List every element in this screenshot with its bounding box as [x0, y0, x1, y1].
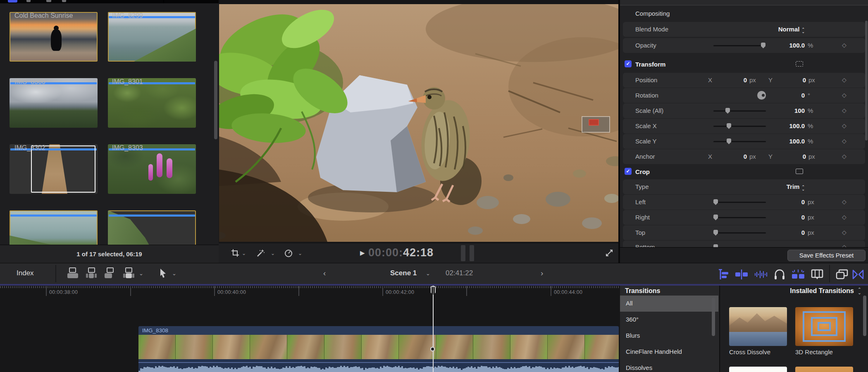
anchor-x-value[interactable]: 0	[722, 153, 747, 160]
keyframe-diamond-icon[interactable]: ◇	[842, 92, 847, 98]
timeline-clip-img-8308[interactable]: IMG_8308	[138, 326, 619, 372]
clip-thumbnail-img-8303[interactable]	[108, 144, 196, 194]
chevron-down-icon[interactable]: ⌄	[426, 270, 430, 277]
viewer-timecode[interactable]: 00:00:42:18	[368, 246, 434, 259]
crop-right-slider-track[interactable]	[713, 217, 766, 218]
crop-top-slider-track[interactable]	[713, 232, 766, 234]
save-effects-preset-button[interactable]: Save Effects Preset	[787, 250, 866, 261]
clip-thumbnail-img-8302[interactable]	[10, 144, 98, 194]
crop-left-slider-knob[interactable]	[713, 199, 718, 205]
transform-checkbox[interactable]: ✓	[625, 60, 632, 67]
chevron-down-icon[interactable]: ⌄	[242, 250, 246, 256]
select-tool-arrow-icon[interactable]	[160, 269, 168, 279]
category-cineflare-handheld[interactable]: CineFlare HandHeld	[620, 344, 718, 360]
enhancements-wand-icon[interactable]	[256, 249, 265, 258]
overwrite-edit-tool[interactable]	[123, 267, 137, 280]
rotation-value[interactable]: 0	[763, 92, 805, 99]
crop-tool-icon[interactable]	[231, 249, 239, 257]
clip-appearance-filmstrip-icon[interactable]	[811, 269, 823, 280]
snapping-toggle-icon[interactable]	[791, 269, 805, 280]
insert-edit-tool[interactable]: ↓	[86, 267, 100, 280]
chevron-down-icon[interactable]: ⌄	[298, 250, 302, 256]
keyframe-diamond-icon[interactable]: ◇	[842, 214, 847, 220]
category-360[interactable]: 360°	[620, 312, 718, 328]
append-edit-tool[interactable]: ↓	[105, 267, 119, 280]
chevron-down-icon[interactable]: ⌄	[172, 270, 176, 277]
transition-thumb-partial[interactable]	[729, 367, 787, 372]
sidebar-toggle-fragment[interactable]	[8, 0, 17, 2]
browser-scrollbar[interactable]	[214, 61, 217, 139]
crop-top-slider-knob[interactable]	[713, 230, 718, 236]
anchor-y-value[interactable]: 0	[781, 153, 806, 160]
crop-onscreen-controls-icon[interactable]	[796, 169, 803, 174]
next-timeline-button[interactable]: ›	[541, 269, 543, 278]
playhead-line[interactable]	[433, 286, 434, 372]
position-x-value[interactable]: 0	[722, 76, 747, 83]
crop-checkbox[interactable]: ✓	[625, 168, 632, 175]
crop-right-value[interactable]: 0	[763, 214, 805, 221]
category-all[interactable]: All	[620, 296, 718, 312]
inspector-scrollbar[interactable]	[865, 21, 868, 141]
keyframe-diamond-icon[interactable]: ◇	[842, 229, 847, 236]
category-blurs[interactable]: Blurs	[620, 328, 718, 344]
audio-meter-bar[interactable]	[470, 245, 474, 261]
keyframe-diamond-icon[interactable]: ◇	[842, 42, 847, 48]
blend-mode-select[interactable]: Normal⌃⌄	[739, 26, 805, 33]
crop-type-select[interactable]: Trim⌃⌄	[739, 183, 805, 191]
index-button[interactable]: Index	[17, 269, 34, 277]
scale-x-value[interactable]: 100.0	[763, 122, 805, 129]
chevron-up-down-icon[interactable]: ⌃⌄	[858, 288, 861, 294]
browser-panel-toggle-icon[interactable]	[836, 269, 848, 280]
keyframe-diamond-icon[interactable]: ◇	[842, 153, 847, 160]
selection-range-box[interactable]	[31, 145, 95, 193]
transitions-scrollbar[interactable]	[863, 296, 866, 336]
keyframe-diamond-icon[interactable]: ◇	[842, 107, 847, 114]
scale-all-slider-track[interactable]	[713, 110, 766, 112]
clip-thumbnail-img-8300[interactable]	[10, 78, 98, 128]
position-y-value[interactable]: 0	[781, 76, 806, 83]
crop-left-slider-track[interactable]	[713, 202, 766, 203]
timeline-history-dropdown[interactable]: Scene 1	[390, 269, 417, 277]
transition-thumb-cross-dissolve[interactable]	[729, 307, 787, 346]
crop-right-slider-knob[interactable]	[713, 215, 718, 220]
scale-y-value[interactable]: 100.0	[763, 138, 805, 145]
crop-left-value[interactable]: 0	[763, 198, 805, 205]
previous-timeline-button[interactable]: ‹	[323, 269, 326, 278]
transitions-browser-toggle-icon[interactable]	[852, 269, 864, 280]
audio-skimming-toggle-icon[interactable]	[754, 269, 768, 280]
fullscreen-expand-icon[interactable]	[606, 249, 613, 257]
transform-onscreen-controls-icon[interactable]	[796, 61, 803, 67]
scale-all-value[interactable]: 100	[763, 107, 805, 114]
scale-y-slider-knob[interactable]	[727, 138, 731, 144]
chevron-down-icon[interactable]: ⌄	[271, 250, 275, 256]
solo-headphones-icon[interactable]	[774, 269, 785, 280]
clip-thumbnail-cold-beach-sunrise[interactable]	[10, 12, 98, 62]
keyframe-diamond-icon[interactable]: ◇	[842, 76, 847, 83]
video-frame-bird-on-path[interactable]	[219, 4, 618, 242]
clip-skimming-toggle-icon[interactable]	[735, 269, 748, 280]
category-dissolves[interactable]: Dissolves	[620, 360, 718, 372]
keyframe-diamond-icon[interactable]: ◇	[842, 122, 847, 129]
transition-thumb-3d-rectangle[interactable]	[795, 307, 853, 346]
clip-thumbnail-img-8299[interactable]	[108, 12, 196, 62]
retime-dial-icon[interactable]	[284, 249, 293, 258]
scale-y-slider-track[interactable]	[713, 141, 766, 142]
opacity-slider-track[interactable]	[713, 45, 766, 46]
keyframe-diamond-icon[interactable]: ◇	[842, 138, 847, 144]
clip-thumbnail-img-8301[interactable]	[108, 78, 196, 128]
ruler-tick-strip[interactable]	[0, 286, 620, 288]
playhead-handle[interactable]	[431, 286, 436, 296]
crop-top-value[interactable]: 0	[763, 229, 805, 236]
keyframe-diamond-icon[interactable]: ◇	[842, 198, 847, 205]
play-button[interactable]: ▶	[360, 249, 365, 257]
scale-x-slider-track[interactable]	[713, 126, 766, 127]
scale-all-slider-knob[interactable]	[725, 108, 730, 114]
scale-x-slider-knob[interactable]	[727, 123, 731, 129]
installed-transitions-header[interactable]: Installed Transitions	[790, 287, 854, 295]
opacity-value[interactable]: 100.0	[763, 42, 805, 49]
audio-meter-bar[interactable]	[461, 245, 465, 261]
chevron-down-icon[interactable]: ⌄	[139, 270, 143, 277]
skimming-toggle-icon[interactable]	[717, 269, 729, 280]
connect-edit-tool[interactable]	[67, 267, 81, 280]
category-list-scrollbar[interactable]	[712, 298, 715, 336]
